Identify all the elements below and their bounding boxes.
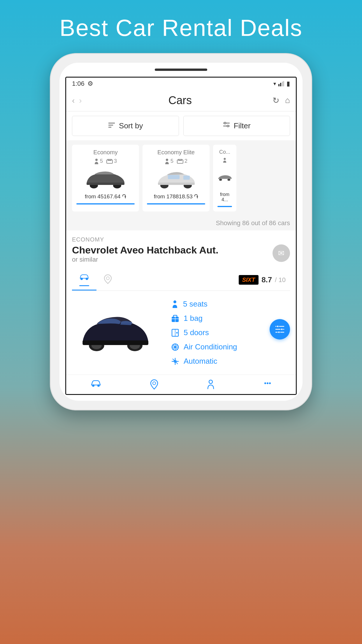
svg-point-26 [219,179,222,181]
bottom-person-icon[interactable] [207,379,215,390]
bottom-location-icon[interactable] [150,379,158,390]
car-card-compact[interactable]: Co... from 4... [213,145,236,211]
forward-button[interactable]: › [79,96,82,105]
svg-point-57 [281,328,283,330]
status-time: 1:06 [72,80,85,88]
automatic-text: Automatic [184,357,217,366]
vendor-rating: SIXT 8.7 / 10 [234,272,290,288]
svg-point-62 [153,382,156,385]
svg-point-11 [95,159,98,161]
location-tab-icon [104,274,112,284]
car-card-title-2: Economy Elite [147,149,205,156]
svg-rect-0 [278,84,280,86]
svg-rect-24 [168,175,180,179]
car-card-bar-3 [217,206,232,207]
svg-point-8 [224,122,226,124]
sort-by-button[interactable]: Sort by [72,116,179,136]
svg-rect-1 [280,83,281,86]
spec-ac: Air Conditioning [171,342,290,351]
page-title-nav: Cars [88,94,273,107]
phone-inner: 1:06 ⚙ ▾ ▮ ‹ › [59,63,303,401]
car-card-image-3 [217,166,232,189]
svg-rect-3 [283,81,284,86]
car-tab-icon [79,274,89,281]
car-category-label: ECONOMY [72,236,290,243]
car-detail-section: ECONOMY Chevrolet Aveo Hatchback Aut. or… [66,230,296,291]
svg-rect-16 [87,183,124,185]
car-card-image-1 [76,167,135,190]
battery-icon: ▮ [287,80,290,88]
svg-point-61 [97,384,100,387]
spec-automatic: Automatic [171,357,290,366]
nav-bar: ‹ › Cars ↻ ⌂ [66,90,296,111]
svg-point-30 [106,277,109,280]
svg-point-65 [267,382,268,384]
phone-speaker [155,69,207,71]
wifi-icon: ▾ [273,80,276,87]
svg-rect-2 [282,82,283,86]
sort-icon [108,121,115,130]
car-card-specs: 5 3 [76,158,135,164]
svg-rect-22 [158,183,195,185]
bottom-car-icon[interactable] [90,379,101,390]
ac-text: Air Conditioning [184,342,237,351]
refresh-button[interactable]: ↻ [273,96,279,105]
svg-point-27 [227,179,230,181]
bags-text: 1 bag [184,314,203,323]
car-card-image-2 [147,167,205,190]
svg-point-60 [92,384,94,387]
filter-icon [223,121,230,130]
fab-icon [275,325,285,333]
svg-point-63 [209,380,212,384]
gear-icon: ⚙ [87,80,93,88]
car-card-economy[interactable]: Economy 5 3 [72,145,139,211]
filter-bar: Sort by Filter [66,111,296,140]
automatic-icon [171,357,179,365]
car-similar: or similar [72,256,219,263]
seats-icon [171,300,179,309]
svg-point-55 [277,326,279,328]
svg-point-25 [224,158,226,160]
sixt-logo: SIXT [239,275,259,285]
car-card-bar-2 [147,203,205,204]
svg-point-42 [176,332,178,333]
tab-car[interactable] [72,269,96,290]
rating-value: 8.7 [261,275,272,284]
car-cards: Economy 5 3 [72,145,290,211]
svg-rect-23 [183,176,190,180]
nav-arrows: ‹ › [72,96,82,105]
car-card-bar-1 [76,203,135,204]
back-button[interactable]: ‹ [72,96,75,105]
car-card-title: Economy [76,149,135,156]
svg-point-36 [173,300,176,303]
car-card-price-3: from 4... [217,192,232,202]
car-card-price-2: from 178818.53 ֏ [147,193,205,200]
doors-text: 5 doors [184,328,209,337]
doors-icon [171,329,179,337]
showing-count: Showing 86 out of 86 cars [66,216,296,230]
svg-point-17 [166,159,168,161]
bottom-bar [66,374,296,394]
car-card-economy-elite[interactable]: Economy Elite 5 2 [143,145,210,211]
phone-screen: 1:06 ⚙ ▾ ▮ ‹ › [65,77,297,395]
car-name: Chevrolet Aveo Hatchback Aut. [72,244,219,256]
home-button[interactable]: ⌂ [285,96,290,105]
ac-icon [171,343,179,351]
filter-button[interactable]: Filter [183,116,290,136]
phone-top [59,63,303,77]
fab-filter-button[interactable] [270,319,290,340]
nav-icons: ↻ ⌂ [273,96,290,105]
phone-outer: 1:06 ⚙ ▾ ▮ ‹ › [50,53,312,410]
svg-point-59 [278,331,280,333]
message-button[interactable]: ✉ [273,244,290,262]
car-card-specs-2: 5 2 [147,158,205,164]
bottom-more-icon[interactable] [263,379,272,390]
signal-bars-icon [278,81,284,86]
tab-location[interactable] [96,270,119,290]
car-card-specs-3 [217,158,232,163]
svg-rect-35 [82,340,148,345]
detail-tabs-row: SIXT 8.7 / 10 [72,269,290,291]
bags-icon [171,315,179,322]
seats-text: 5 seats [183,300,208,309]
status-left: 1:06 ⚙ [72,80,93,88]
